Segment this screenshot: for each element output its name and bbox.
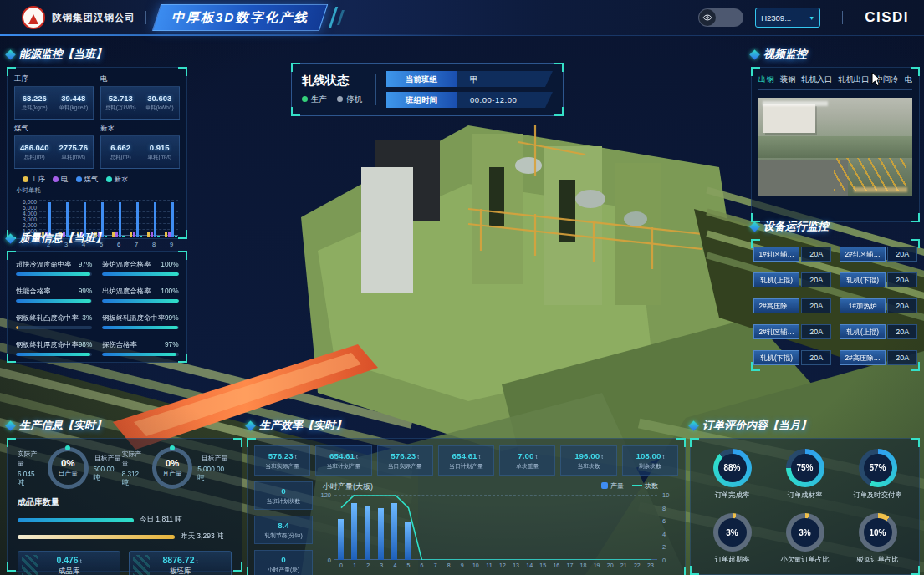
camera-tab-bar: 出钢装钢轧机入口轧机出口中间冷电动热: [758, 74, 912, 90]
gridline: [39, 200, 178, 201]
panel-title: 设备运行监控: [751, 219, 920, 234]
energy-unit: 总耗(万kWh): [105, 104, 136, 112]
app-title-plate: 中厚板3D数字化产线: [152, 4, 328, 31]
device-current-value: 20A: [887, 272, 917, 288]
order-donut-cell: 75%订单成材率: [770, 444, 840, 505]
donut-label: 小欠量订单占比: [780, 555, 829, 564]
energy-monitor-panel: 能源监控【当班】 工序68.226总耗(kgce)39.448单耗(kgce/t…: [7, 47, 187, 239]
stat-label: 当班块数: [577, 462, 600, 471]
stat-unit: t: [356, 454, 358, 460]
axis-tick-label: 6: [416, 562, 429, 568]
energy-category-label: 电: [100, 74, 180, 84]
diamond-icon: [245, 420, 256, 431]
warehouse-unit: t: [197, 558, 198, 564]
panel-title: 视频监控: [751, 47, 920, 62]
quality-item-head: 性能合格率99%: [16, 287, 92, 296]
gauge-side-right: 目标产量5,000.00 吨: [197, 454, 232, 482]
axis-tick-label: 2: [662, 543, 666, 551]
legend-line-icon: [632, 485, 642, 486]
dropdown-value: H2309...: [761, 13, 791, 23]
progress-fill: [16, 353, 90, 356]
order-select-dropdown[interactable]: H2309... ▼: [755, 8, 820, 28]
legend-item: 煤气: [76, 175, 99, 185]
panel-title-text: 生产效率【实时】: [259, 418, 346, 433]
device-cell: 轧机(上辊)20A: [840, 324, 917, 339]
quality-label: 超快冷温度命中率: [16, 260, 71, 269]
axis-tick-label: 2,000: [14, 222, 37, 228]
camera-feed: [758, 98, 912, 196]
gauge-side-value: 8.312 吨: [122, 471, 147, 487]
energy-unit: 总耗(m³): [24, 154, 45, 161]
device-row: 轧机(上辊)20A轧机(下辊)20A: [753, 272, 917, 288]
axis-tick-label: 3: [375, 562, 388, 568]
app-title: 中厚板3D数字化产线: [157, 5, 323, 30]
diamond-icon: [749, 221, 760, 232]
axis-tick-label: 12: [496, 562, 509, 568]
device-cell: 轧机(下辊)20A: [753, 350, 831, 365]
device-cell: 1#加热炉20A: [840, 298, 917, 313]
energy-metric: 6.662总耗(m³): [101, 136, 140, 168]
stat-value: 8.4: [278, 521, 289, 530]
camera-tab-轧机出口[interactable]: 轧机出口: [838, 74, 869, 85]
device-current-value: 20A: [887, 298, 917, 313]
stat-value: 196.00t: [574, 451, 603, 461]
shift-label-chip: 当前班组: [386, 71, 457, 87]
progress-track: [16, 326, 92, 329]
device-row: 1#轧区辅…20A2#轧区辅…20A: [753, 247, 917, 262]
energy-card-grid: 工序68.226总耗(kgce)39.448单耗(kgce/t)电52.713总…: [14, 74, 180, 169]
axis-tick-label: 4: [388, 562, 401, 568]
axis-tick-label: 0: [662, 557, 666, 564]
company-logo: 陕钢集团汉钢公司: [22, 6, 135, 29]
quality-label: 出炉温度合格率: [102, 287, 151, 296]
device-row: 轧机(下辊)20A2#高压除…20A: [753, 350, 917, 365]
donut-label: 订单及时交付率: [853, 491, 901, 500]
legend-item: 块数: [632, 481, 658, 491]
donut-percent: 57%: [869, 463, 886, 472]
warehouse-label: 成品库: [59, 567, 80, 575]
axis-tick-label: 13: [509, 562, 523, 568]
device-label-chip: 2#轧区辅…: [753, 324, 799, 339]
decor-slash: [329, 7, 338, 28]
status-dot-icon: [302, 96, 308, 102]
camera-tab-轧机入口[interactable]: 轧机入口: [801, 74, 832, 85]
donut-label: 订单超期率: [715, 555, 749, 564]
device-label-chip: 2#高压除…: [840, 350, 886, 365]
stat-unit: t: [601, 454, 603, 460]
progress-track: [102, 299, 178, 303]
diamond-icon: [5, 49, 16, 60]
donut-percent: 3%: [799, 528, 810, 537]
energy-metric: 30.603单耗(kWh/t): [140, 87, 180, 119]
axis-tick-label: 14: [523, 562, 536, 568]
camera-tab-电动热[interactable]: 电动热: [904, 74, 912, 85]
stat-label: 轧制节奏(分钟): [264, 532, 302, 540]
camera-feed-decor: [834, 158, 906, 191]
device-label-chip: 2#高压除…: [753, 298, 799, 313]
quality-label: 探伤合格率: [102, 340, 136, 349]
energy-category-label: 工序: [14, 74, 94, 84]
quality-percent: 3%: [82, 313, 92, 322]
energy-value-box: 486.040总耗(m³)2775.76单耗(m³/t): [14, 135, 94, 169]
axis-tick-label: 8: [662, 505, 666, 512]
energy-metric: 68.226总耗(kgce): [15, 87, 54, 119]
progress-fill: [16, 326, 18, 329]
panel-title: 能源监控【当班】: [7, 47, 187, 62]
device-label-chip: 轧机(下辊): [753, 350, 799, 365]
energy-unit: 总耗(kgce): [22, 104, 48, 112]
inventory-bars: 今日 1,811 吨昨天 3,293 吨: [18, 515, 232, 542]
donut-label: 订单成材率: [788, 491, 822, 500]
order-evaluation-panel: 订单评价内容【当月】 88%订单完成率75%订单成材率57%订单及时交付率3%订…: [690, 418, 920, 575]
device-current-value: 20A: [801, 247, 831, 262]
axis-tick-label: 8: [442, 562, 456, 568]
camera-tab-出钢[interactable]: 出钢: [758, 74, 774, 85]
camera-tab-中间冷[interactable]: 中间冷: [876, 74, 899, 85]
camera-tab-装钢[interactable]: 装钢: [780, 74, 796, 85]
axis-tick-label: 6: [662, 517, 666, 525]
quality-label: 性能合格率: [16, 287, 50, 296]
eye-icon: [699, 9, 716, 26]
circular-gauge: 0%月产量: [152, 447, 193, 489]
energy-metric: 0.915单耗(m³/t): [140, 136, 180, 168]
order-donut: 3%: [786, 513, 824, 552]
stat-value: 0: [281, 555, 285, 564]
order-donut-cell: 88%订单完成率: [697, 444, 767, 505]
visibility-toggle[interactable]: [698, 8, 743, 27]
